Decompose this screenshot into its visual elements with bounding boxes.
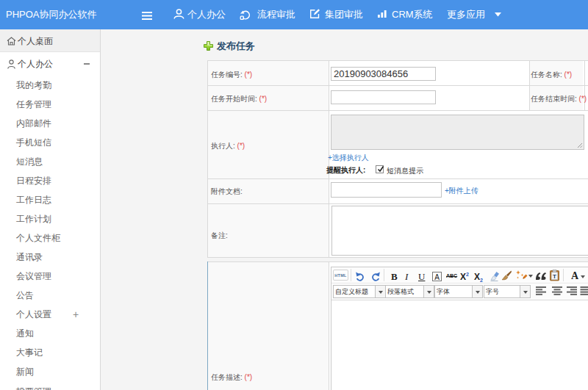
svg-text:T: T bbox=[553, 273, 556, 280]
